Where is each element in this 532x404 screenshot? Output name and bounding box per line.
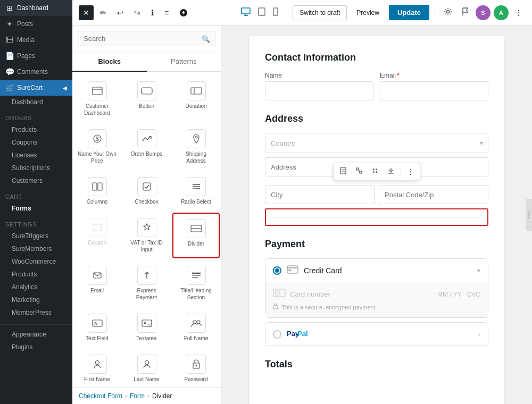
more-options-button[interactable]: ⋮ xyxy=(512,5,526,20)
paypal-arrow-icon: › xyxy=(478,331,480,338)
svg-point-7 xyxy=(261,14,262,15)
info-button[interactable]: ℹ xyxy=(147,5,158,20)
canvas-area: Contact Information Name Email* xyxy=(221,26,532,404)
sidebar-subitem-memberpress[interactable]: MemberPress xyxy=(0,306,72,319)
settings-button[interactable] xyxy=(440,4,455,21)
city-input[interactable] xyxy=(265,185,375,204)
sidebar-item-comments[interactable]: 💬 Comments xyxy=(0,64,72,80)
email-input[interactable] xyxy=(380,81,488,100)
customer-dashboard-icon xyxy=(88,81,107,100)
divider-selected-element[interactable] xyxy=(265,208,488,226)
block-item-button[interactable]: Button xyxy=(123,76,170,122)
sidebar-subitem-sc-licenses[interactable]: Licenses xyxy=(0,149,72,162)
search-input[interactable] xyxy=(78,31,215,46)
svg-text:A: A xyxy=(94,321,97,326)
block-item-textarea[interactable]: A Textarea xyxy=(123,308,170,347)
block-item-express-payment[interactable]: Express Payment xyxy=(123,260,170,306)
a-avatar[interactable]: A xyxy=(494,5,509,20)
sidebar-subitem-sc-customers[interactable]: Customers xyxy=(0,174,72,187)
undo-button[interactable]: ↩ xyxy=(113,5,128,20)
divider-tool-more[interactable]: ⋮ xyxy=(403,165,418,178)
draw-button[interactable]: ✏ xyxy=(96,5,111,20)
divider-tool-transform[interactable] xyxy=(352,164,367,179)
sidebar-subitem-sc-subscriptions[interactable]: Subscriptions xyxy=(0,162,72,174)
divider-tool-document[interactable] xyxy=(336,164,351,179)
block-item-first-name[interactable]: First Name xyxy=(73,349,121,388)
block-item-donation[interactable]: Donation xyxy=(172,76,220,122)
sidebar-item-posts[interactable]: ✦ Posts xyxy=(0,16,72,32)
sidebar-subitem-sc-dashboard[interactable]: Dashboard xyxy=(0,96,72,108)
block-item-vat-tax-id[interactable]: VAT or Tax ID Input xyxy=(123,213,170,258)
tab-blocks[interactable]: Blocks xyxy=(72,52,147,72)
circle-button[interactable] xyxy=(175,5,192,20)
block-item-columns[interactable]: Columns xyxy=(73,172,121,211)
postal-input[interactable] xyxy=(379,185,488,204)
sidebar-subitem-appearance[interactable]: Appearance xyxy=(0,328,72,341)
list-icon: ≡ xyxy=(164,9,169,17)
flag-button[interactable] xyxy=(459,4,472,21)
breadcrumb-form[interactable]: Form xyxy=(130,392,145,400)
payment-option-credit-card[interactable]: Credit Card ▾ Card number MM / YY xyxy=(265,258,488,318)
svg-text:Pal: Pal xyxy=(297,330,308,338)
block-item-text-field[interactable]: A Text Field xyxy=(73,308,121,347)
payment-option-paypal[interactable]: PayPal › xyxy=(265,322,488,346)
block-item-divider[interactable]: Divider xyxy=(172,213,220,258)
sidebar-item-dashboard[interactable]: ⊞ Dashboard xyxy=(0,0,72,16)
svg-rect-14 xyxy=(191,88,202,94)
sidebar-subitem-forms[interactable]: Forms xyxy=(0,202,72,215)
block-item-checkbox[interactable]: Checkbox xyxy=(123,172,170,211)
order-bumps-label: Order Bumps xyxy=(131,150,162,157)
sidebar-item-pages[interactable]: 📄 Pages xyxy=(0,48,72,64)
contact-form-row: Name Email* xyxy=(265,72,488,100)
block-item-shipping-address[interactable]: Shipping Address xyxy=(172,124,220,170)
tablet-button[interactable] xyxy=(255,4,269,21)
sidebar-subitem-sc-coupons[interactable]: Coupons xyxy=(0,136,72,149)
sidebar-subitem-suretriggers[interactable]: SureTriggers xyxy=(0,230,72,242)
credit-card-radio[interactable] xyxy=(273,266,281,275)
name-group: Name xyxy=(265,72,373,100)
block-item-radio-select[interactable]: Radio Select xyxy=(172,172,220,211)
name-input[interactable] xyxy=(265,81,373,100)
block-item-password[interactable]: Password xyxy=(172,349,220,388)
desktop-button[interactable] xyxy=(238,4,254,21)
paypal-header: PayPal › xyxy=(265,323,488,346)
blocks-search-area: 🔍 xyxy=(72,26,221,52)
divider-tool-move[interactable] xyxy=(368,164,383,179)
svg-point-10 xyxy=(447,11,450,13)
mobile-button[interactable] xyxy=(270,4,281,21)
sidebar-subitem-woocommerce[interactable]: WooCommerce xyxy=(0,255,72,268)
block-item-order-bumps[interactable]: Order Bumps xyxy=(123,124,170,170)
tab-patterns[interactable]: Patterns xyxy=(147,52,221,72)
sidebar-item-media[interactable]: 🎞 Media xyxy=(0,32,72,48)
surecart-arrow-icon: ◀ xyxy=(63,85,67,91)
block-item-email[interactable]: Email xyxy=(73,260,121,306)
s-avatar[interactable]: S xyxy=(476,5,491,20)
country-select[interactable]: Country xyxy=(265,133,488,153)
sidebar-subitem-marketing[interactable]: Marketing xyxy=(0,293,72,306)
divider-tool-reorder[interactable] xyxy=(384,164,398,179)
update-button[interactable]: Update xyxy=(389,5,429,20)
breadcrumb-checkout-form[interactable]: Checkout Form xyxy=(79,392,122,400)
sidebar-subitem-products2[interactable]: Products xyxy=(0,268,72,281)
list-view-button[interactable]: ≡ xyxy=(160,5,173,20)
block-item-name-your-own-price[interactable]: $ Name Your Own Price xyxy=(73,124,121,170)
block-item-last-name[interactable]: Last Name xyxy=(123,349,170,388)
sidebar-subitem-sc-products[interactable]: Products xyxy=(0,123,72,136)
block-item-customer-dashboard[interactable]: Customer Dashboard xyxy=(73,76,121,122)
close-button[interactable]: ✕ xyxy=(79,5,94,20)
editor-wrap: ✕ ✏ ↩ ↪ ℹ ≡ xyxy=(72,0,532,404)
block-item-title-heading[interactable]: Title/Heading Section xyxy=(172,260,220,306)
preview-button[interactable]: Preview xyxy=(350,6,386,20)
sidebar-subitem-analytics[interactable]: Analytics xyxy=(0,281,72,293)
switch-draft-button[interactable]: Switch to draft xyxy=(293,5,347,20)
shipping-address-label: Shipping Address xyxy=(176,150,217,164)
canvas-resize-handle[interactable] xyxy=(526,199,532,231)
redo-button[interactable]: ↪ xyxy=(130,5,145,20)
block-item-full-name[interactable]: Full Name xyxy=(172,308,220,347)
settings-icon xyxy=(444,7,452,16)
sidebar-subitem-suremembers[interactable]: SureMembers xyxy=(0,242,72,255)
editor-body: 🔍 Blocks Patterns Customer Dashboard But… xyxy=(72,26,532,404)
sidebar-subitem-plugins[interactable]: Plugins xyxy=(0,341,72,354)
paypal-radio[interactable] xyxy=(273,330,281,339)
sidebar-item-surecart[interactable]: 🛒 SureCart ◀ xyxy=(0,80,72,96)
